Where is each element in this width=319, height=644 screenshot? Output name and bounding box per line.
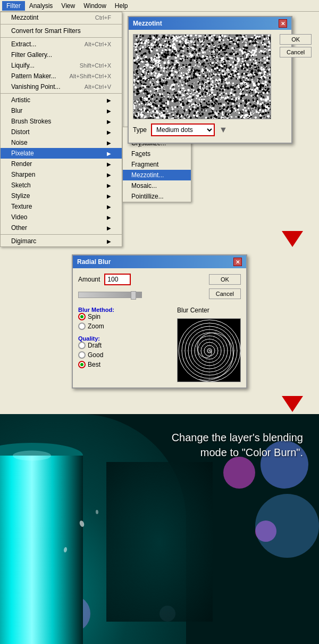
good-label: Good (88, 351, 103, 359)
separator-2 (1, 37, 122, 38)
bottom-image-section: Change the layer's blending mode to "Col… (0, 414, 319, 644)
separator-4 (1, 234, 122, 235)
menu-convert-smart[interactable]: Convert for Smart Filters (1, 26, 122, 36)
mezzotint-dialog: Mezzotint ✕ Type Medium dots Fine dots (128, 16, 292, 144)
view-menu-item[interactable]: View (57, 1, 79, 11)
radial-ok-button[interactable]: OK (209, 274, 241, 285)
menu-distort[interactable]: Distort ▶ (1, 127, 122, 137)
can-container (0, 430, 106, 644)
menu-texture[interactable]: Texture ▶ (1, 201, 122, 212)
radial-cancel-button[interactable]: Cancel (209, 288, 241, 299)
spin-label: Spin (88, 313, 100, 320)
menu-blur[interactable]: Blur ▶ (1, 105, 122, 116)
submenu-facets[interactable]: Facets (123, 148, 191, 159)
blur-center-preview[interactable] (177, 318, 241, 382)
help-menu-item[interactable]: Help (111, 1, 132, 11)
type-label: Type (133, 126, 147, 134)
menu-digimarc[interactable]: Digimarc ▶ (1, 236, 122, 246)
blur-method-group: Spin Zoom (78, 313, 171, 330)
menu-other[interactable]: Other ▶ (1, 222, 122, 233)
blur-center-label: Blur Center (177, 307, 209, 314)
spin-radio[interactable]: Spin (78, 313, 171, 320)
mezzotint-ok-button[interactable]: OK (280, 34, 312, 45)
radial-blur-section: Radial Blur ✕ Amount OK Cancel Blur (0, 249, 319, 394)
menu-filter-gallery[interactable]: Filter Gallery... (1, 49, 122, 60)
arrow-2-section (0, 394, 319, 414)
svg-point-3 (13, 450, 51, 460)
radial-blur-dialog: Radial Blur ✕ Amount OK Cancel Blur (72, 254, 247, 389)
draft-label: Draft (88, 342, 102, 349)
radial-titlebar: Radial Blur ✕ (73, 255, 246, 268)
amount-label: Amount (78, 276, 100, 283)
submenu-mezzotint[interactable]: Mezzotint... (123, 170, 191, 180)
mezzotint-title: Mezzotint (133, 20, 162, 27)
slider-thumb (131, 291, 136, 300)
menu-sharpen[interactable]: Sharpen ▶ (1, 169, 122, 180)
menu-extract[interactable]: Extract... Alt+Ctrl+X (1, 39, 122, 49)
menu-liquify[interactable]: Liquify... Shift+Ctrl+X (1, 60, 122, 71)
arrow-1 (282, 231, 303, 247)
radial-title: Radial Blur (77, 258, 111, 266)
zoom-label: Zoom (88, 323, 104, 330)
menubar: Filter Analysis View Window Help (0, 0, 319, 12)
amount-row: Amount OK (78, 274, 241, 285)
menu-artistic[interactable]: Artistic ▶ (1, 95, 122, 105)
menu-sketch[interactable]: Sketch ▶ (1, 180, 122, 191)
zoom-radio-indicator (78, 323, 86, 330)
filter-menu-item[interactable]: Filter (2, 1, 25, 11)
submenu-pointillize[interactable]: Pointillize... (123, 191, 191, 202)
mezzotint-buttons: OK Cancel (280, 34, 312, 138)
menu-noise[interactable]: Noise ▶ (1, 137, 122, 148)
filter-dropdown: Mezzotint Ctrl+F Convert for Smart Filte… (0, 12, 122, 247)
best-radio-indicator (78, 361, 86, 368)
menu-brush-strokes[interactable]: Brush Strokes ▶ (1, 116, 122, 127)
menu-vanishing-point[interactable]: Vanishing Point... Alt+Ctrl+V (1, 81, 122, 92)
mezzotint-titlebar: Mezzotint ✕ (129, 17, 291, 30)
analysis-menu-item[interactable]: Analysis (25, 1, 57, 11)
svg-rect-1 (0, 456, 83, 644)
radial-main: Blur Method: Spin Zoom Quality: (78, 307, 241, 382)
radial-options: Blur Method: Spin Zoom Quality: (78, 307, 171, 382)
bg-glow-2 (106, 462, 213, 622)
window-menu-item[interactable]: Window (79, 1, 111, 11)
mezzotint-type-row: Type Medium dots Fine dots Grainy dots C… (133, 123, 271, 136)
blur-method-label: Blur Method: (78, 307, 171, 313)
can-svg (0, 430, 106, 644)
top-section: Filter Analysis View Window Help Mezzoti… (0, 0, 319, 229)
separator-1 (1, 24, 122, 24)
mezzotint-content: Type Medium dots Fine dots Grainy dots C… (129, 30, 291, 143)
bottom-text-container: Change the layer's blending mode to "Col… (172, 430, 303, 460)
mezzotint-close-button[interactable]: ✕ (279, 19, 287, 28)
menu-video[interactable]: Video ▶ (1, 212, 122, 222)
spin-radio-indicator (78, 313, 86, 320)
radial-content: Amount OK Cancel Blur Method: (73, 268, 246, 387)
zoom-radio[interactable]: Zoom (78, 323, 171, 330)
bottom-line2: mode to "Color Burn". (200, 447, 303, 458)
good-radio[interactable]: Good (78, 351, 171, 359)
bottom-line1: Change the layer's blending (172, 432, 303, 443)
amount-input[interactable] (104, 274, 131, 285)
mezzotint-preview (133, 34, 271, 119)
quality-label: Quality: (78, 335, 171, 342)
menu-render[interactable]: Render ▶ (1, 159, 122, 169)
circle-1 (223, 457, 255, 489)
best-label: Best (88, 361, 100, 368)
menu-pattern-maker[interactable]: Pattern Maker... Alt+Shift+Ctrl+X (1, 71, 122, 81)
draft-radio-indicator (78, 342, 86, 349)
menu-mezzotint[interactable]: Mezzotint Ctrl+F (1, 12, 122, 23)
circle-4 (255, 494, 319, 558)
good-radio-indicator (78, 351, 86, 359)
menu-pixelate[interactable]: Pixelate ▶ (1, 148, 122, 159)
radial-close-button[interactable]: ✕ (233, 258, 242, 266)
arrow-2 (282, 396, 303, 412)
submenu-fragment[interactable]: Fragment (123, 159, 191, 170)
draft-radio[interactable]: Draft (78, 342, 171, 349)
type-select[interactable]: Medium dots Fine dots Grainy dots Coarse… (151, 123, 215, 136)
radial-blur-center: Blur Center (177, 307, 241, 382)
menu-stylize[interactable]: Stylize ▶ (1, 191, 122, 201)
amount-slider[interactable] (78, 292, 142, 298)
best-radio[interactable]: Best (78, 361, 171, 368)
mezzotint-cancel-button[interactable]: Cancel (280, 47, 312, 57)
separator-3 (1, 93, 122, 94)
submenu-mosaic[interactable]: Mosaic... (123, 180, 191, 191)
